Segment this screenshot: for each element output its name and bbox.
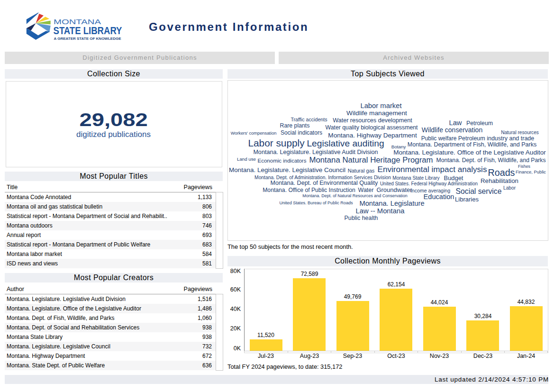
svg-text:STATE LIBRARY: STATE LIBRARY (54, 25, 122, 36)
svg-text:MONTANA: MONTANA (54, 18, 101, 26)
svg-text:A GREATER STATE OF KNOWLEDGE: A GREATER STATE OF KNOWLEDGE (54, 36, 122, 41)
